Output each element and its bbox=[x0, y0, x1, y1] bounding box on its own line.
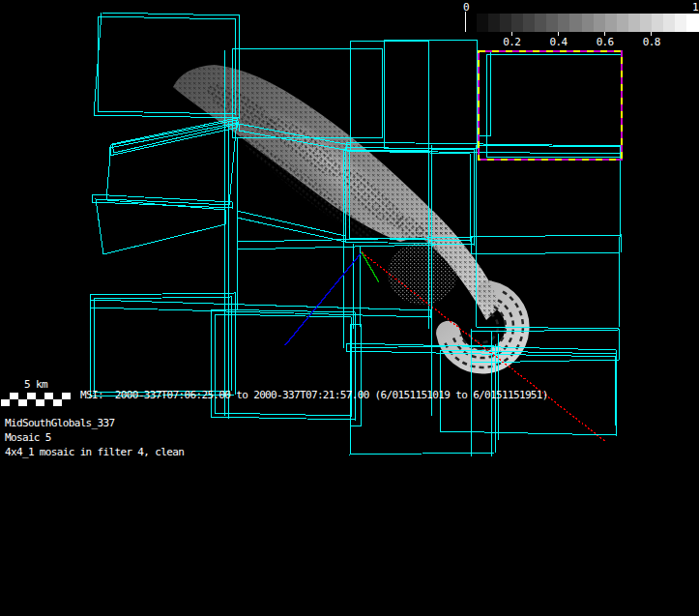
scene-canvas: 010.20.40.60.8 bbox=[0, 0, 699, 616]
scalebar-cell bbox=[10, 399, 18, 406]
colorbar-tick-label: 0.6 bbox=[597, 36, 614, 48]
colorbar-step bbox=[582, 14, 595, 32]
mosaic-number: Mosaic 5 bbox=[5, 431, 51, 444]
scalebar-cell bbox=[44, 393, 53, 399]
colorbar-step bbox=[605, 14, 618, 32]
scalebar-cell bbox=[1, 399, 10, 406]
colorbar-min-label: 0 bbox=[463, 1, 469, 14]
colorbar-step bbox=[686, 14, 699, 32]
mosaic-name: MidSouthGlobals_337 bbox=[5, 417, 114, 429]
colorbar-step bbox=[535, 14, 547, 32]
colorbar-step bbox=[558, 14, 570, 32]
planned-footprint-dashed bbox=[479, 51, 622, 160]
mosaic-display: 010.20.40.60.8 5 km MSI: 2000-337T07:06:… bbox=[0, 0, 699, 616]
scalebar-label: 5 km bbox=[24, 378, 47, 391]
colorbar-tick-label: 0.2 bbox=[503, 36, 520, 48]
colorbar-step bbox=[663, 14, 676, 32]
scalebar-cell bbox=[53, 393, 62, 399]
colorbar-step bbox=[488, 14, 501, 32]
scalebar-checker bbox=[1, 393, 71, 406]
colorbar-step bbox=[569, 14, 582, 32]
scalebar-cell bbox=[27, 393, 36, 399]
footprint-rect bbox=[92, 194, 232, 208]
scalebar-cell bbox=[44, 399, 53, 406]
scalebar-cell bbox=[10, 393, 18, 399]
colorbar: 010.20.40.60.8 bbox=[463, 1, 698, 48]
colorbar-step bbox=[628, 14, 641, 32]
colorbar-step bbox=[546, 14, 559, 32]
scalebar-cell bbox=[1, 393, 10, 399]
colorbar-tick-label: 0.4 bbox=[549, 36, 568, 48]
colorbar-tick-label: 0.8 bbox=[643, 36, 660, 48]
colorbar-step bbox=[511, 14, 524, 32]
colorbar-step bbox=[652, 14, 664, 32]
footprint-rect bbox=[384, 40, 477, 148]
scalebar-cell bbox=[18, 393, 27, 399]
scalebar-cell bbox=[62, 399, 71, 406]
colorbar-step bbox=[477, 14, 489, 32]
scalebar-cell bbox=[36, 399, 44, 406]
obs-time-range: MSI: 2000-337T07:06:25.00 to 2000-337T07… bbox=[80, 389, 548, 401]
scalebar-cell bbox=[18, 399, 27, 406]
planned-footprint-dashed bbox=[479, 51, 622, 160]
colorbar-step bbox=[500, 14, 512, 32]
green-vector bbox=[362, 252, 379, 282]
footprint-rect bbox=[90, 300, 430, 317]
footprint-rect bbox=[106, 120, 237, 205]
footprint-rect bbox=[211, 309, 355, 420]
scalebar-cell bbox=[27, 399, 36, 406]
footprint-rect bbox=[96, 199, 225, 254]
footprint-rect bbox=[350, 41, 428, 150]
scalebar-cell bbox=[62, 393, 71, 399]
mosaic-description: 4x4_1 mosaic in filter 4, clean bbox=[5, 446, 184, 458]
colorbar-step bbox=[640, 14, 653, 32]
colorbar-step bbox=[523, 14, 536, 32]
colorbar-step bbox=[617, 14, 629, 32]
footprint-rect bbox=[486, 54, 621, 157]
footprint-rect bbox=[471, 235, 621, 254]
scalebar-cell bbox=[53, 399, 62, 406]
colorbar-step bbox=[675, 14, 687, 32]
colorbar-step bbox=[594, 14, 606, 32]
colorbar-max-label: 1 bbox=[692, 1, 698, 14]
scalebar-cell bbox=[36, 393, 44, 399]
colorbar-step bbox=[465, 14, 478, 32]
